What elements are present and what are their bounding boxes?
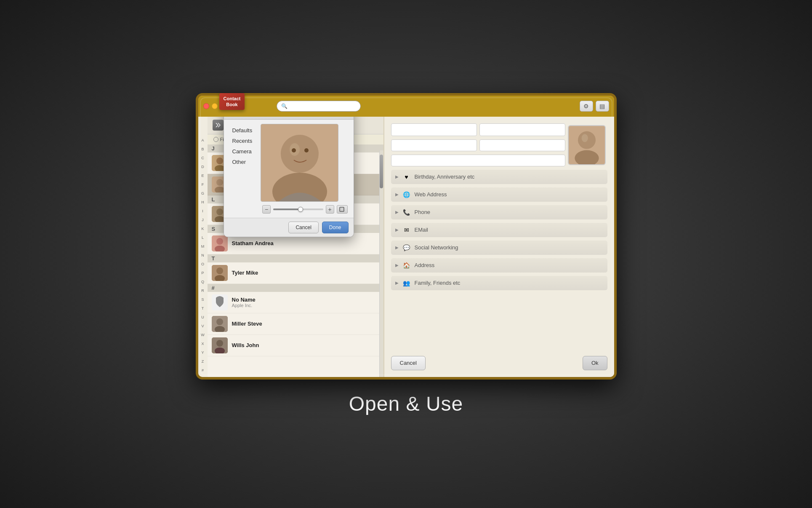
zoom-in-button[interactable]: + xyxy=(326,205,334,214)
menu-camera[interactable]: Camera xyxy=(228,147,257,156)
photo-controls: − + xyxy=(261,205,349,214)
barcode-button[interactable]: ▤ xyxy=(596,101,609,112)
barcode-icon: ▤ xyxy=(599,103,605,110)
dialog-footer: Cancel Done xyxy=(224,218,354,237)
dialog-photo-preview xyxy=(261,124,338,202)
dialog-menu: Defaults Recents Camera Other xyxy=(228,124,257,214)
title-bar: Contact Book 🔍 ⚙ ▤ xyxy=(198,96,614,117)
svg-point-31 xyxy=(304,148,309,152)
toolbar-buttons: ⚙ ▤ xyxy=(580,101,609,112)
menu-recents[interactable]: Recents xyxy=(228,136,257,146)
settings-button[interactable]: ⚙ xyxy=(580,101,593,112)
dialog-overlay: Edit Picture Defaults Recents Camera Oth… xyxy=(198,117,614,377)
search-bar[interactable]: 🔍 xyxy=(277,101,361,112)
app-window: Contact Book 🔍 ⚙ ▤ A B C D E F G H I xyxy=(196,93,617,380)
search-icon: 🔍 xyxy=(281,103,288,109)
crop-button[interactable] xyxy=(337,205,348,214)
minimize-button[interactable] xyxy=(212,103,218,109)
app-badge: Contact Book xyxy=(219,93,245,110)
menu-defaults[interactable]: Defaults xyxy=(228,126,257,135)
dialog-cancel-button[interactable]: Cancel xyxy=(288,222,318,233)
tagline: Open & Use xyxy=(349,392,463,415)
dialog-body: Defaults Recents Camera Other xyxy=(224,120,354,218)
dialog-photo-area: − + xyxy=(261,124,349,214)
edit-picture-dialog: Edit Picture Defaults Recents Camera Oth… xyxy=(224,117,354,237)
gear-icon: ⚙ xyxy=(583,103,589,110)
zoom-thumb[interactable] xyxy=(298,207,303,212)
svg-rect-32 xyxy=(340,207,344,211)
zoom-slider[interactable] xyxy=(273,209,323,210)
zoom-out-button[interactable]: − xyxy=(262,205,271,214)
close-button[interactable] xyxy=(203,103,209,109)
dialog-done-button[interactable]: Done xyxy=(322,222,349,233)
dialog-title-bar: Edit Picture xyxy=(224,117,354,120)
menu-other[interactable]: Other xyxy=(228,157,257,167)
svg-point-27 xyxy=(281,135,319,173)
svg-point-30 xyxy=(292,148,296,152)
book-body: A B C D E F G H I J K L M N O P Q R S T … xyxy=(198,117,614,377)
